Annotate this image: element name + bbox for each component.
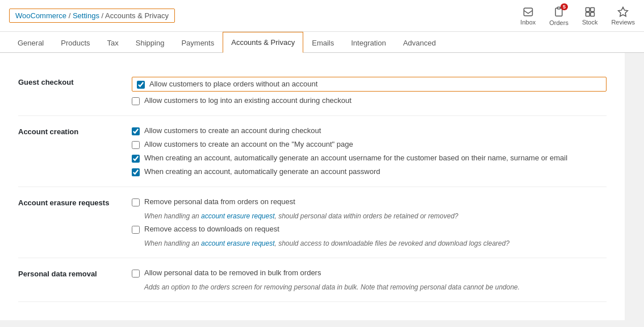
allow-log-existing-row: Allow customers to log into an existing … (132, 96, 607, 105)
top-bar: WooCommerce / Settings / Accounts & Priv… (0, 0, 644, 32)
reviews-label: Reviews (611, 19, 635, 26)
personal-data-removal-label: Personal data removal (18, 268, 132, 278)
auto-username-label: When creating an account, automatically … (144, 154, 567, 162)
auto-username-row: When creating an account, automatically … (132, 154, 607, 163)
orders-badge: 5 (561, 3, 568, 10)
svg-rect-3 (590, 7, 594, 11)
orders-label: Orders (549, 19, 568, 26)
stock-label: Stock (582, 19, 598, 26)
svg-rect-2 (586, 7, 589, 11)
allow-guest-orders-row: Allow customers to place orders without … (132, 77, 607, 92)
account-creation-section: Account creation Allow customers to crea… (18, 116, 607, 187)
remove-personal-orders-checkbox[interactable] (132, 198, 140, 206)
tab-accounts-privacy[interactable]: Accounts & Privacy (223, 32, 303, 53)
account-erasure-link-2[interactable]: account erasure request (201, 239, 274, 247)
auto-password-row: When creating an account, automatically … (132, 167, 607, 176)
create-my-account-label: Allow customers to create an account on … (144, 140, 353, 148)
remove-bulk-checkbox[interactable] (132, 270, 140, 278)
svg-rect-4 (586, 12, 589, 16)
allow-guest-orders-checkbox[interactable] (137, 81, 145, 89)
svg-rect-5 (590, 12, 594, 16)
svg-marker-6 (618, 7, 628, 16)
top-icon-reviews[interactable]: Reviews (611, 6, 635, 26)
account-erasure-label: Account erasure requests (18, 197, 132, 207)
auto-password-checkbox[interactable] (132, 168, 140, 176)
account-erasure-link-1[interactable]: account erasure request (201, 212, 274, 220)
remove-personal-orders-label: Remove personal data from orders on requ… (144, 197, 295, 206)
breadcrumb-settings[interactable]: Settings (73, 11, 99, 20)
remove-bulk-row: Allow personal data to be removed in bul… (132, 268, 607, 278)
remove-downloads-row: Remove access to downloads on request (132, 225, 607, 234)
personal-data-removal-controls: Allow personal data to be removed in bul… (132, 268, 607, 291)
auto-password-label: When creating an account, automatically … (144, 167, 380, 176)
remove-downloads-checkbox[interactable] (132, 226, 140, 234)
breadcrumb-current: Accounts & Privacy (105, 11, 169, 20)
main-content: Guest checkout Allow customers to place … (0, 53, 625, 320)
personal-data-help: Adds an option to the orders screen for … (132, 283, 607, 291)
allow-log-existing-label: Allow customers to log into an existing … (144, 96, 352, 105)
personal-data-removal-section: Personal data removal Allow personal dat… (18, 258, 607, 302)
guest-checkout-label: Guest checkout (18, 77, 132, 86)
tab-shipping[interactable]: Shipping (127, 32, 173, 53)
guest-checkout-controls: Allow customers to place orders without … (132, 77, 607, 105)
create-during-checkout-checkbox[interactable] (132, 127, 140, 135)
allow-guest-orders-label: Allow customers to place orders without … (149, 80, 317, 88)
breadcrumb: WooCommerce / Settings / Accounts & Priv… (9, 9, 175, 23)
svg-rect-0 (524, 8, 532, 15)
tab-tax[interactable]: Tax (99, 32, 127, 53)
tab-advanced[interactable]: Advanced (395, 32, 445, 53)
top-icon-orders[interactable]: 5 Orders (549, 6, 568, 26)
remove-personal-orders-row: Remove personal data from orders on requ… (132, 197, 607, 206)
account-erasure-section: Account erasure requests Remove personal… (18, 187, 607, 258)
erasure-help-2: When handling an account erasure request… (132, 239, 607, 247)
erasure-group-2: Remove access to downloads on request Wh… (132, 225, 607, 247)
remove-bulk-label: Allow personal data to be removed in bul… (144, 268, 321, 277)
tab-emails[interactable]: Emails (303, 32, 342, 53)
tab-navigation: General Products Tax Shipping Payments A… (0, 32, 644, 53)
create-during-checkout-row: Allow customers to create an account dur… (132, 126, 607, 135)
account-creation-controls: Allow customers to create an account dur… (132, 126, 607, 176)
remove-downloads-label: Remove access to downloads on request (144, 225, 279, 233)
create-my-account-row: Allow customers to create an account on … (132, 140, 607, 149)
create-my-account-checkbox[interactable] (132, 141, 140, 149)
top-icon-inbox[interactable]: Inbox (520, 6, 536, 26)
create-during-checkout-label: Allow customers to create an account dur… (144, 126, 321, 135)
top-icon-stock[interactable]: Stock (582, 6, 598, 26)
account-erasure-controls: Remove personal data from orders on requ… (132, 197, 607, 247)
svg-rect-1 (558, 7, 561, 9)
breadcrumb-sep1: / (69, 11, 73, 20)
tab-payments[interactable]: Payments (173, 32, 223, 53)
allow-log-existing-checkbox[interactable] (132, 97, 140, 105)
tab-products[interactable]: Products (52, 32, 98, 53)
erasure-help-1: When handling an account erasure request… (132, 212, 607, 220)
account-creation-label: Account creation (18, 126, 132, 136)
breadcrumb-woocommerce[interactable]: WooCommerce (15, 11, 66, 20)
tab-integration[interactable]: Integration (342, 32, 394, 53)
erasure-group-1: Remove personal data from orders on requ… (132, 197, 607, 220)
top-icons: Inbox 5 Orders Stock (520, 6, 635, 26)
tab-general[interactable]: General (9, 32, 52, 53)
auto-username-checkbox[interactable] (132, 155, 140, 163)
inbox-label: Inbox (520, 19, 536, 26)
guest-checkout-section: Guest checkout Allow customers to place … (18, 67, 607, 116)
